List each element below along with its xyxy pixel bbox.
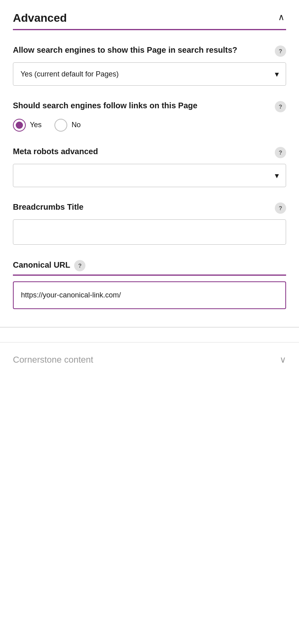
search-visibility-group: Allow search engines to show this Page i… — [13, 45, 286, 86]
page-container: Advanced ∧ Allow search engines to show … — [0, 0, 299, 644]
meta-robots-label-row: Meta robots advanced ? — [13, 146, 286, 158]
canonical-url-group: Canonical URL ? — [13, 259, 286, 324]
breadcrumbs-title-label: Breadcrumbs Title — [13, 202, 271, 213]
meta-robots-help-icon[interactable]: ? — [275, 147, 286, 158]
collapse-icon[interactable]: ∧ — [276, 11, 286, 23]
follow-links-yes-option[interactable]: Yes — [13, 119, 42, 132]
meta-robots-label: Meta robots advanced — [13, 146, 271, 157]
canonical-url-input[interactable] — [13, 281, 286, 309]
search-visibility-select-wrapper: Yes (current default for Pages) No ▾ — [13, 62, 286, 86]
search-visibility-select[interactable]: Yes (current default for Pages) No — [13, 62, 286, 86]
follow-links-no-radio[interactable] — [54, 119, 67, 132]
follow-links-yes-radio-inner — [16, 122, 23, 129]
follow-links-no-option[interactable]: No — [54, 119, 81, 132]
cornerstone-header[interactable]: Cornerstone content ∨ — [13, 355, 286, 365]
cornerstone-section: Cornerstone content ∨ — [0, 342, 299, 377]
advanced-section: Advanced ∧ Allow search engines to show … — [0, 0, 299, 328]
search-visibility-label: Allow search engines to show this Page i… — [13, 45, 271, 56]
breadcrumbs-title-group: Breadcrumbs Title ? — [13, 202, 286, 245]
canonical-url-label-row: Canonical URL ? — [13, 259, 286, 276]
follow-links-label: Should search engines follow links on th… — [13, 100, 271, 111]
cornerstone-chevron-icon[interactable]: ∨ — [280, 355, 286, 365]
meta-robots-group: Meta robots advanced ? ▾ — [13, 146, 286, 187]
follow-links-yes-label: Yes — [30, 121, 42, 129]
follow-links-radio-group: Yes No — [13, 119, 286, 132]
section-title: Advanced — [13, 11, 67, 25]
canonical-url-help-icon[interactable]: ? — [74, 260, 85, 271]
follow-links-yes-radio[interactable] — [13, 119, 26, 132]
follow-links-group: Should search engines follow links on th… — [13, 100, 286, 132]
canonical-url-label: Canonical URL — [13, 260, 70, 270]
cornerstone-title: Cornerstone content — [13, 355, 93, 365]
search-visibility-label-row: Allow search engines to show this Page i… — [13, 45, 286, 57]
search-visibility-help-icon[interactable]: ? — [275, 45, 286, 57]
breadcrumbs-title-input[interactable] — [13, 219, 286, 245]
breadcrumbs-title-label-row: Breadcrumbs Title ? — [13, 202, 286, 214]
follow-links-label-row: Should search engines follow links on th… — [13, 100, 286, 112]
meta-robots-select[interactable] — [13, 164, 286, 187]
follow-links-no-label: No — [71, 121, 81, 129]
section-header: Advanced ∧ — [13, 11, 286, 30]
breadcrumbs-title-help-icon[interactable]: ? — [275, 202, 286, 214]
follow-links-help-icon[interactable]: ? — [275, 101, 286, 112]
meta-robots-select-wrapper: ▾ — [13, 164, 286, 187]
